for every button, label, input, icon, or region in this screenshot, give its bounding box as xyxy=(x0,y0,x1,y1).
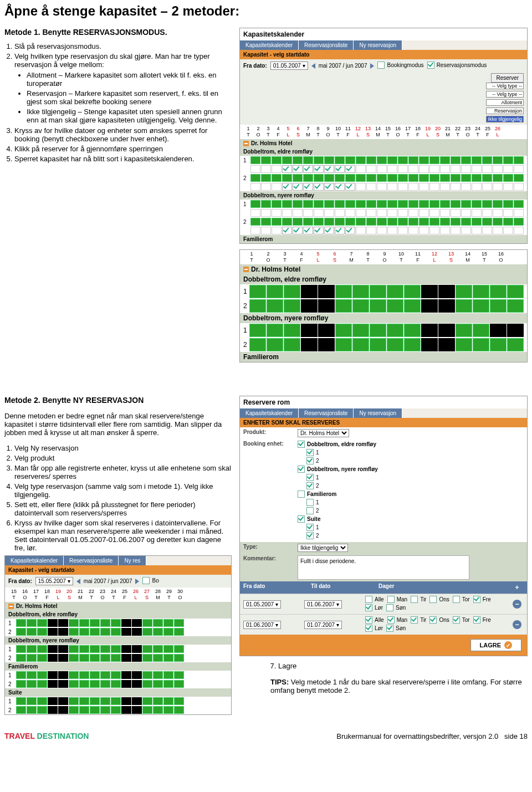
m1-step4: Klikk på reserver for å gjennomføre sper… xyxy=(14,145,232,153)
day-checkbox[interactable] xyxy=(453,596,460,603)
fra-dato-input[interactable]: 01.05.2007 ▾ xyxy=(270,62,308,70)
day-checkbox[interactable] xyxy=(365,625,372,632)
group-checkbox[interactable] xyxy=(298,466,305,473)
method2-intro: Denne metoden er bedre egnet når man ska… xyxy=(4,412,232,437)
prev-icon[interactable] xyxy=(76,579,80,584)
reserver-button[interactable]: Reserver xyxy=(491,73,524,83)
til-date-input[interactable]: 01.06.2007 ▾ xyxy=(304,600,342,609)
unit-checkbox[interactable] xyxy=(306,457,314,464)
tab-nyres[interactable]: Ny reservasjon xyxy=(354,40,402,50)
remove-row-icon[interactable]: − xyxy=(513,600,521,609)
next-icon[interactable] xyxy=(135,579,139,584)
unit-checkbox[interactable] xyxy=(306,449,314,456)
collapse-icon[interactable] xyxy=(243,141,249,146)
type-select[interactable]: -- Velg type -- xyxy=(486,83,524,89)
method2-heading: Metode 2. Benytte NY RESERVASJON xyxy=(4,396,232,405)
remove-row-icon[interactable]: − xyxy=(513,620,521,629)
unit-checkbox[interactable] xyxy=(306,507,314,514)
group-checkbox[interactable] xyxy=(298,441,305,448)
footer-text: Brukermanual for overnattingsbedrifter, … xyxy=(336,732,498,740)
m1-bullet3: Ikke tilgjengelig – Stenge kapasitet ute… xyxy=(27,108,232,124)
day-checkbox[interactable] xyxy=(365,596,372,603)
period-label: mai 2007 / jun 2007 xyxy=(319,63,367,69)
day-checkbox[interactable] xyxy=(473,616,480,624)
m1-step3: Kryss av for hvilke datoer og enheter so… xyxy=(14,126,232,143)
check-icon: ✓ xyxy=(504,641,512,649)
day-checkbox[interactable] xyxy=(386,625,393,632)
fra-date-input[interactable]: 01.06.2007 ▾ xyxy=(243,621,281,629)
m1-step1: Slå på reservasjonsmodus. xyxy=(14,42,232,50)
reservere-rom-screenshot: Reservere rom Kapasitetskalender Reserva… xyxy=(239,396,528,656)
method1-list: Slå på reservasjonsmodus. Velg hvilken t… xyxy=(14,42,232,163)
m1-step5: Sperret kapasitet har nå blitt sort i ka… xyxy=(14,155,232,163)
til-date-input[interactable]: 01.07.2007 ▾ xyxy=(304,621,342,629)
day-checkbox[interactable] xyxy=(365,616,372,624)
add-row-icon[interactable]: + xyxy=(513,583,521,592)
day-checkbox[interactable] xyxy=(473,596,480,603)
unit-checkbox[interactable] xyxy=(306,524,314,531)
kommentar-input[interactable]: Fullt i disse periodene. xyxy=(298,555,469,580)
day-checkbox[interactable] xyxy=(387,616,395,624)
collapse-icon[interactable] xyxy=(243,267,249,272)
type-select[interactable]: Ikke tilgjengelig xyxy=(298,544,348,552)
unit-checkbox[interactable] xyxy=(306,482,314,489)
method1-heading: Metode 1. Benytte RESERVASJONSMODUS. xyxy=(4,28,232,37)
tab-reservliste[interactable]: Reservasjonsliste xyxy=(299,40,354,50)
next-icon[interactable] xyxy=(370,63,374,69)
m1-step2: Velg hvilken type reservasjon du skal gj… xyxy=(14,52,232,124)
m1-bullet2: Reservasjon – Markere kapasitet som rese… xyxy=(27,89,232,106)
collapse-icon[interactable] xyxy=(8,604,14,609)
day-checkbox[interactable] xyxy=(411,596,418,603)
lagre-button[interactable]: LAGRE✓ xyxy=(470,639,522,651)
day-checkbox[interactable] xyxy=(365,604,372,611)
day-checkbox[interactable] xyxy=(429,616,437,624)
logo: TRAVEL DESTINATION xyxy=(4,732,89,740)
unit-checkbox[interactable] xyxy=(306,499,314,506)
fra-date-input[interactable]: 01.05.2007 ▾ xyxy=(243,600,281,609)
kap-calendar-screenshot-3: Kapasitetskalender Reservasjonsliste Ny … xyxy=(4,555,232,715)
kap-calendar-screenshot-1: Kapasitetskalender Kapasitetskalender Re… xyxy=(239,28,528,244)
unit-checkbox[interactable] xyxy=(306,532,314,539)
unit-checkbox[interactable] xyxy=(306,474,314,481)
fra-dato-label: Fra dato: xyxy=(243,63,267,69)
page-number: side 18 xyxy=(504,732,528,740)
tips-text: TIPS: Velg metode 1 når du bare skal res… xyxy=(270,678,528,694)
page-title: Åpne å stenge kapasitet – 2 metoder: xyxy=(4,3,528,19)
day-checkbox[interactable] xyxy=(411,616,418,624)
day-checkbox[interactable] xyxy=(387,596,395,603)
tab-kapcal[interactable]: Kapasitetskalender xyxy=(240,40,299,50)
day-checkbox[interactable] xyxy=(453,616,460,624)
method2-list-cont: Lagre xyxy=(278,662,528,670)
fra-dato-input[interactable]: 15.05.2007 ▾ xyxy=(35,577,73,585)
prev-icon[interactable] xyxy=(311,63,315,69)
produkt-select[interactable]: Dr. Holms Hotel xyxy=(298,429,349,437)
group-checkbox[interactable] xyxy=(298,515,305,523)
m1-bullet1: Allotment – Markere kapasitet som allote… xyxy=(27,71,232,88)
day-checkbox[interactable] xyxy=(386,604,393,611)
day-checkbox[interactable] xyxy=(429,596,437,603)
group-checkbox[interactable] xyxy=(298,490,305,498)
method2-list: Velg Ny reservasjon Velg produkt Man får… xyxy=(14,444,232,552)
kap-calendar-screenshot-2: 1T2O3T4F5L6S7M8T9O10T11F12L13S14M15T16O … xyxy=(239,249,528,362)
